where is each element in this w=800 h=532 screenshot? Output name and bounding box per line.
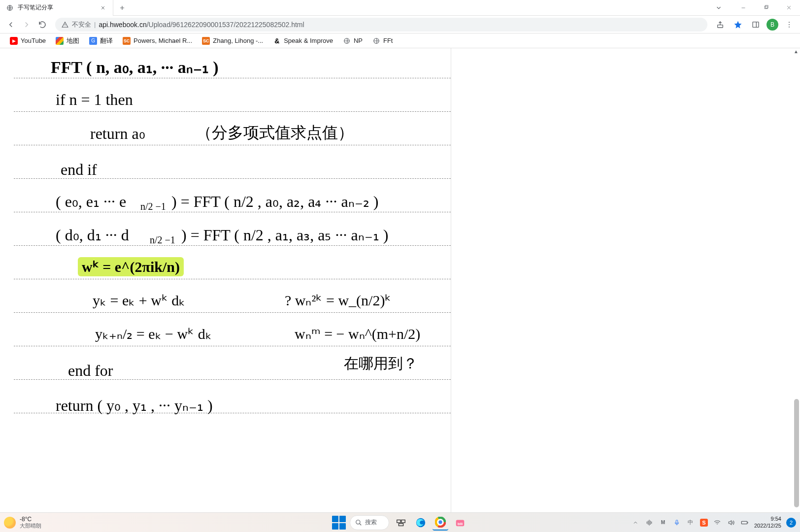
note-line-10: end for [68,362,113,380]
bookmark-zhang[interactable]: SC Zhang, Lihong -... [198,34,267,47]
svg-point-10 [356,520,360,524]
taskbar-clock[interactable]: 9:54 2022/12/25 [754,516,781,529]
note-line-5-sub: n/2 −1 [140,201,166,212]
bookmark-translate[interactable]: G 翻译 [85,34,117,47]
svg-point-6 [789,24,790,25]
window-controls [707,0,800,16]
windows-taskbar: -8°C 大部晴朗 搜索 bili M 中 [0,512,800,532]
close-window-button[interactable] [777,0,800,16]
sogou-icon[interactable]: S [700,519,708,527]
bookmark-star-icon[interactable] [731,18,745,32]
clock-time: 9:54 [771,516,781,522]
youtube-icon: ▶ [10,37,18,45]
translate-icon: G [89,37,97,45]
language-icon[interactable]: 中 [686,518,695,527]
note-line-6b: ) = FFT ( n/2 , a₁, a₃, a₅ ··· aₙ₋₁ ) [181,226,388,244]
network-icon[interactable] [645,518,654,527]
note-line-5a: ( e₀, e₁ ··· e [56,192,126,211]
svg-rect-2 [765,5,768,8]
svg-text:bili: bili [458,521,463,526]
forward-button[interactable] [20,18,33,32]
scroll-up-arrow[interactable]: ▲ [793,48,799,54]
share-icon[interactable] [713,18,727,32]
warning-icon [61,21,69,29]
notification-badge[interactable]: 2 [786,518,796,528]
note-line-8-right: ? wₙ²ᵏ = w_(n/2)ᵏ [285,292,391,309]
bookmark-speak[interactable]: & Speak & Improve [269,34,337,47]
svg-rect-22 [676,520,678,523]
note-line-4: end if [61,161,97,179]
bilibili-icon[interactable]: bili [452,515,468,531]
close-icon[interactable] [99,4,107,12]
new-tab-button[interactable] [115,1,129,15]
tray-chevron-icon[interactable] [631,518,640,527]
note-line-10-right: 在哪用到？ [344,354,418,374]
handwritten-notes-page: FFT ( n, a₀, a₁, ··· aₙ₋₁ ) if n = 1 the… [14,48,451,512]
search-label: 搜索 [365,518,377,527]
note-line-9-right: wₙᵐ = − wₙ^(m+n/2) [295,325,420,342]
svg-rect-11 [397,520,400,523]
address-bar: 不安全 | api.hwebook.cn /Upload/96126220900… [0,16,800,33]
globe-icon [6,4,14,12]
sc-icon: SC [202,37,210,45]
volume-icon[interactable] [727,518,735,527]
globe-icon [372,37,380,45]
tab-title: 手写笔记分享 [18,3,99,12]
url-host: api.hwebook.cn [99,21,146,29]
svg-rect-12 [401,520,405,523]
wifi-icon[interactable] [713,518,722,527]
browser-tab[interactable]: 手写笔记分享 [0,0,113,16]
url-input[interactable]: 不安全 | api.hwebook.cn /Upload/96126220900… [55,18,707,32]
start-button[interactable] [332,516,346,530]
clock-date: 2022/12/25 [754,523,781,529]
edge-icon[interactable] [413,515,429,531]
chrome-icon[interactable] [433,515,448,531]
svg-rect-1 [765,6,767,8]
maximize-button[interactable] [755,0,777,16]
note-line-11: return ( y₀ , y₁ , ··· yₙ₋₁ ) [56,396,213,415]
bookmark-fft[interactable]: FFt [368,34,397,47]
battery-icon[interactable] [740,518,749,527]
weather-desc: 大部晴朗 [20,523,41,529]
ime-icon[interactable]: M [659,518,667,527]
note-line-9: yₖ₊ₙ/₂ = eₖ − wᵏ dₖ [95,325,212,342]
taskbar-search[interactable]: 搜索 [350,515,389,530]
svg-point-19 [438,520,442,524]
note-line-3: return a₀ [90,124,145,143]
url-path: /Upload/9612622090001537/20221225082502.… [147,21,304,29]
system-tray: M 中 S 9:54 2022/12/25 2 [631,516,796,529]
sc-icon: SC [123,37,131,45]
note-line-8: yₖ = eₖ + wᵏ dₖ [93,292,185,309]
bookmark-powers[interactable]: SC Powers, Michael R... [119,34,196,47]
svg-rect-3 [718,25,723,27]
weather-widget[interactable]: -8°C 大部晴朗 [4,516,41,529]
bookmarks-bar: ▶ YouTube 地图 G 翻译 SC Powers, Michael R..… [0,33,800,48]
note-line-2: if n = 1 then [56,91,133,109]
mic-icon[interactable] [672,518,681,527]
security-label: 不安全 [72,20,91,29]
note-line-5b: ) = FFT ( n/2 , a₀, a₂, a₄ ··· aₙ₋₂ ) [171,192,378,211]
maps-icon [56,37,64,45]
bookmark-maps[interactable]: 地图 [52,34,83,47]
bookmark-youtube[interactable]: ▶ YouTube [6,34,50,47]
profile-avatar[interactable]: B [767,19,778,31]
sun-icon [4,517,16,529]
globe-icon [343,37,351,45]
weather-temp: -8°C [20,516,41,523]
side-panel-icon[interactable] [749,18,763,32]
chevron-down-icon[interactable] [707,0,730,16]
url-separator: | [94,21,96,28]
task-view-icon[interactable] [393,515,409,531]
note-line-6a: ( d₀, d₁ ··· d [56,226,129,244]
ampersand-icon: & [273,37,281,45]
svg-rect-13 [399,523,403,526]
svg-point-7 [789,26,790,27]
vertical-scrollbar[interactable]: ▲ [793,48,799,512]
reload-button[interactable] [35,18,49,32]
menu-icon[interactable] [782,18,796,32]
scrollbar-thumb[interactable] [794,399,799,507]
page-viewport[interactable]: FFT ( n, a₀, a₁, ··· aₙ₋₁ ) if n = 1 the… [0,48,800,512]
minimize-button[interactable] [732,0,755,16]
back-button[interactable] [4,18,18,32]
bookmark-np[interactable]: NP [339,34,367,47]
